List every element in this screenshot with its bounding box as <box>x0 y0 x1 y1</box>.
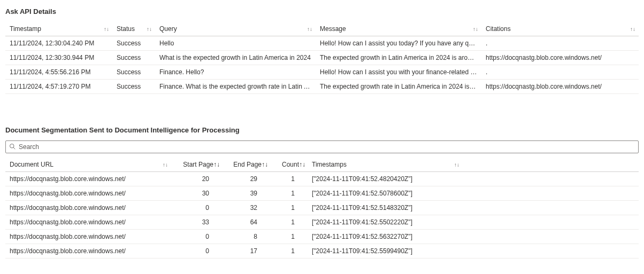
table-header-row: Timestamp↑↓ Status↑↓ Query↑↓ Message↑↓ C… <box>5 22 639 36</box>
svg-point-0 <box>10 144 14 148</box>
col-start-page[interactable]: Start Page↑↓ <box>171 158 222 172</box>
cell-query: What is the expected growth in Latin Ame… <box>155 51 316 65</box>
ask-api-details-title: Ask API Details <box>5 7 639 15</box>
cell-citations: . <box>481 65 639 80</box>
cell-end-page: 29 <box>222 172 270 186</box>
table-row[interactable]: https://docqnastg.blob.core.windows.net/… <box>5 244 639 259</box>
cell-end-page: 32 <box>222 201 270 215</box>
col-query[interactable]: Query↑↓ <box>155 22 316 36</box>
doc-segmentation-title: Document Segmentation Sent to Document I… <box>5 126 639 134</box>
table-row[interactable]: https://docqnastg.blob.core.windows.net/… <box>5 230 639 244</box>
cell-doc-url: https://docqnastg.blob.core.windows.net/ <box>5 230 171 244</box>
cell-timestamps: ["2024-11-11T09:41:52.5078600Z"] <box>308 186 463 201</box>
sort-icon: ↑↓ <box>213 161 220 168</box>
sort-icon: ↑↓ <box>299 161 305 168</box>
cell-start-page: 33 <box>171 215 222 230</box>
cell-start-page: 0 <box>171 201 222 215</box>
cell-timestamp: 11/11/2024, 4:57:19.270 PM <box>5 80 112 94</box>
cell-timestamp: 11/11/2024, 4:55:56.216 PM <box>5 65 112 80</box>
sort-icon: ↑↓ <box>307 26 312 32</box>
table-row[interactable]: 11/11/2024, 12:30:30.944 PM Success What… <box>5 51 639 65</box>
cell-timestamp: 11/11/2024, 12:30:04.240 PM <box>5 36 112 51</box>
sort-icon: ↑↓ <box>630 26 635 32</box>
cell-message: The expected growth rate in Latin Americ… <box>316 80 481 94</box>
cell-status: Success <box>112 80 155 94</box>
cell-start-page: 0 <box>171 230 222 244</box>
table-row[interactable]: 11/11/2024, 4:55:56.216 PM Success Finan… <box>5 65 639 80</box>
table-row[interactable]: 11/11/2024, 4:57:19.270 PM Success Finan… <box>5 80 639 94</box>
cell-timestamps: ["2024-11-11T09:41:52.5632270Z"] <box>308 230 463 244</box>
cell-end-page: 17 <box>222 244 270 259</box>
sort-icon: ↑↓ <box>262 161 268 168</box>
cell-query: Finance. What is the expected growth rat… <box>155 80 316 94</box>
search-input[interactable] <box>18 143 635 151</box>
table-row[interactable]: https://docqnastg.blob.core.windows.net/… <box>5 201 639 215</box>
cell-end-page: 64 <box>222 215 270 230</box>
cell-doc-url: https://docqnastg.blob.core.windows.net/ <box>5 201 171 215</box>
cell-doc-url: https://docqnastg.blob.core.windows.net/ <box>5 172 171 186</box>
cell-citations: . <box>481 36 639 51</box>
cell-query: Finance. Hello? <box>155 65 316 80</box>
ask-api-details-table: Timestamp↑↓ Status↑↓ Query↑↓ Message↑↓ C… <box>5 22 639 94</box>
cell-timestamps: ["2024-11-11T09:41:52.5502220Z"] <box>308 215 463 230</box>
cell-status: Success <box>112 51 155 65</box>
cell-end-page: 8 <box>222 230 270 244</box>
sort-icon: ↑↓ <box>473 26 478 32</box>
table-row[interactable]: https://docqnastg.blob.core.windows.net/… <box>5 186 639 201</box>
table-row[interactable]: https://docqnastg.blob.core.windows.net/… <box>5 215 639 230</box>
cell-message: Hello! How can I assist you with your fi… <box>316 65 481 80</box>
col-timestamps[interactable]: Timestamps↑↓ <box>308 158 463 172</box>
cell-status: Success <box>112 65 155 80</box>
table-row[interactable]: https://docqnastg.blob.core.windows.net/… <box>5 172 639 186</box>
sort-icon: ↑↓ <box>147 26 152 32</box>
cell-message: Hello! How can I assist you today? If yo… <box>316 36 481 51</box>
cell-doc-url: https://docqnastg.blob.core.windows.net/ <box>5 244 171 259</box>
table-header-row: Document URL↑↓ Start Page↑↓ End Page↑↓ C… <box>5 158 639 172</box>
cell-timestamp: 11/11/2024, 12:30:30.944 PM <box>5 51 112 65</box>
col-doc-url[interactable]: Document URL↑↓ <box>5 158 171 172</box>
cell-start-page: 30 <box>171 186 222 201</box>
cell-start-page: 0 <box>171 244 222 259</box>
doc-segmentation-table: Document URL↑↓ Start Page↑↓ End Page↑↓ C… <box>5 158 639 259</box>
cell-end-page: 39 <box>222 186 270 201</box>
table-row[interactable]: 11/11/2024, 12:30:04.240 PM Success Hell… <box>5 36 639 51</box>
cell-timestamps: ["2024-11-11T09:41:52.5599490Z"] <box>308 244 463 259</box>
cell-doc-url: https://docqnastg.blob.core.windows.net/ <box>5 215 171 230</box>
cell-count: 1 <box>270 230 308 244</box>
cell-count: 1 <box>270 215 308 230</box>
col-timestamp[interactable]: Timestamp↑↓ <box>5 22 112 36</box>
cell-status: Success <box>112 36 155 51</box>
cell-count: 1 <box>270 186 308 201</box>
svg-line-1 <box>13 147 15 149</box>
cell-message: The expected growth in Latin America in … <box>316 51 481 65</box>
col-count[interactable]: Count↑↓ <box>270 158 308 172</box>
cell-citations: https://docqnastg.blob.core.windows.net/ <box>481 51 639 65</box>
col-message[interactable]: Message↑↓ <box>316 22 481 36</box>
cell-start-page: 20 <box>171 172 222 186</box>
cell-count: 1 <box>270 244 308 259</box>
cell-timestamps: ["2024-11-11T09:41:52.5148320Z"] <box>308 201 463 215</box>
cell-count: 1 <box>270 172 308 186</box>
sort-icon: ↑↓ <box>104 26 109 32</box>
search-box[interactable] <box>5 140 639 153</box>
col-end-page[interactable]: End Page↑↓ <box>222 158 270 172</box>
col-status[interactable]: Status↑↓ <box>112 22 155 36</box>
col-extra <box>463 158 639 172</box>
cell-timestamps: ["2024-11-11T09:41:52.4820420Z"] <box>308 172 463 186</box>
cell-citations: https://docqnastg.blob.core.windows.net/ <box>481 80 639 94</box>
col-citations[interactable]: Citations↑↓ <box>481 22 639 36</box>
cell-query: Hello <box>155 36 316 51</box>
cell-count: 1 <box>270 201 308 215</box>
cell-doc-url: https://docqnastg.blob.core.windows.net/ <box>5 186 171 201</box>
sort-icon: ↑↓ <box>163 162 168 168</box>
sort-icon: ↑↓ <box>454 162 459 168</box>
search-icon <box>9 143 16 151</box>
